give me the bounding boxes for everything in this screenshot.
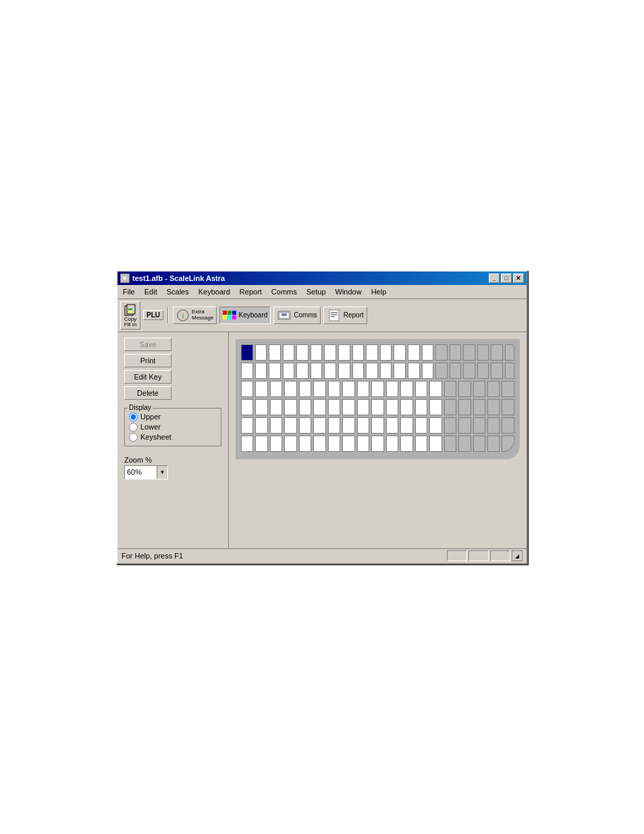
key-3-8[interactable] bbox=[342, 381, 354, 397]
save-button[interactable]: Save bbox=[124, 338, 171, 351]
key-1-9[interactable] bbox=[352, 344, 365, 361]
key-3-4[interactable] bbox=[284, 381, 296, 397]
radio-keysheet[interactable] bbox=[129, 433, 138, 442]
key-2-9[interactable] bbox=[352, 363, 365, 379]
key-2-20[interactable] bbox=[505, 363, 514, 379]
key-4-9[interactable] bbox=[357, 399, 369, 415]
key-5-17[interactable] bbox=[473, 417, 485, 434]
close-button[interactable]: ✕ bbox=[513, 273, 524, 283]
key-4-11[interactable] bbox=[386, 399, 398, 415]
key-6-19[interactable] bbox=[502, 436, 514, 452]
key-6-17[interactable] bbox=[473, 436, 485, 452]
key-5-1[interactable] bbox=[241, 417, 253, 434]
menu-scales[interactable]: Scales bbox=[163, 286, 193, 297]
key-2-4[interactable] bbox=[283, 363, 295, 379]
print-button[interactable]: Print bbox=[124, 354, 171, 367]
zoom-dropdown-arrow[interactable]: ▼ bbox=[157, 466, 167, 479]
key-3-12[interactable] bbox=[400, 381, 412, 397]
key-4-1[interactable] bbox=[241, 399, 253, 415]
extra-message-button[interactable]: i ExtraMessage bbox=[173, 307, 217, 324]
key-6-7[interactable] bbox=[328, 436, 340, 452]
key-3-18[interactable] bbox=[487, 381, 500, 397]
key-5-8[interactable] bbox=[342, 417, 354, 434]
edit-key-button[interactable]: Edit Key bbox=[124, 370, 171, 384]
key-2-10[interactable] bbox=[366, 363, 378, 379]
menu-report[interactable]: Report bbox=[236, 286, 266, 297]
report-button[interactable]: Report bbox=[323, 307, 367, 324]
key-6-5[interactable] bbox=[299, 436, 311, 452]
key-4-16[interactable] bbox=[458, 399, 471, 415]
key-1-8[interactable] bbox=[338, 344, 350, 361]
copy-fill-button[interactable]: CopyFill in bbox=[120, 301, 140, 330]
key-6-2[interactable] bbox=[255, 436, 267, 452]
key-5-16[interactable] bbox=[458, 417, 471, 434]
key-3-10[interactable] bbox=[371, 381, 383, 397]
key-6-14[interactable] bbox=[429, 436, 441, 452]
key-6-9[interactable] bbox=[357, 436, 369, 452]
key-2-15[interactable] bbox=[435, 363, 448, 379]
key-5-4[interactable] bbox=[284, 417, 296, 434]
key-1-15[interactable] bbox=[435, 344, 448, 361]
key-2-8[interactable] bbox=[338, 363, 350, 379]
menu-file[interactable]: File bbox=[119, 286, 139, 297]
menu-comms[interactable]: Comms bbox=[267, 286, 301, 297]
key-6-11[interactable] bbox=[386, 436, 398, 452]
maximize-button[interactable]: □ bbox=[501, 273, 512, 283]
key-6-16[interactable] bbox=[458, 436, 471, 452]
key-1-3[interactable] bbox=[269, 344, 281, 361]
key-6-1[interactable] bbox=[241, 436, 253, 452]
key-4-10[interactable] bbox=[371, 399, 383, 415]
key-2-2[interactable] bbox=[255, 363, 267, 379]
minimize-button[interactable]: _ bbox=[489, 273, 500, 283]
key-1-1[interactable] bbox=[241, 344, 253, 361]
key-1-13[interactable] bbox=[408, 344, 420, 361]
key-1-12[interactable] bbox=[394, 344, 406, 361]
key-3-3[interactable] bbox=[270, 381, 282, 397]
key-3-6[interactable] bbox=[313, 381, 325, 397]
key-2-7[interactable] bbox=[324, 363, 336, 379]
key-1-11[interactable] bbox=[380, 344, 392, 361]
key-6-3[interactable] bbox=[270, 436, 282, 452]
key-3-7[interactable] bbox=[328, 381, 340, 397]
key-4-2[interactable] bbox=[255, 399, 267, 415]
key-2-16[interactable] bbox=[450, 363, 462, 379]
key-5-14[interactable] bbox=[429, 417, 441, 434]
key-4-14[interactable] bbox=[429, 399, 441, 415]
key-1-4[interactable] bbox=[283, 344, 295, 361]
key-5-6[interactable] bbox=[313, 417, 325, 434]
key-2-5[interactable] bbox=[296, 363, 308, 379]
delete-button[interactable]: Delete bbox=[124, 386, 171, 400]
key-3-5[interactable] bbox=[299, 381, 311, 397]
key-1-6[interactable] bbox=[311, 344, 323, 361]
key-6-18[interactable] bbox=[487, 436, 500, 452]
key-5-13[interactable] bbox=[415, 417, 427, 434]
radio-upper[interactable] bbox=[129, 413, 138, 421]
key-5-18[interactable] bbox=[487, 417, 500, 434]
key-6-15[interactable] bbox=[444, 436, 456, 452]
radio-lower[interactable] bbox=[129, 423, 138, 432]
key-1-17[interactable] bbox=[463, 344, 475, 361]
key-5-3[interactable] bbox=[270, 417, 282, 434]
key-1-14[interactable] bbox=[422, 344, 434, 361]
key-5-9[interactable] bbox=[357, 417, 369, 434]
key-5-10[interactable] bbox=[371, 417, 383, 434]
key-2-11[interactable] bbox=[380, 363, 392, 379]
key-3-14[interactable] bbox=[429, 381, 441, 397]
key-4-8[interactable] bbox=[342, 399, 354, 415]
key-3-9[interactable] bbox=[357, 381, 369, 397]
key-4-4[interactable] bbox=[284, 399, 296, 415]
comms-button[interactable]: Comms bbox=[273, 307, 320, 324]
key-3-17[interactable] bbox=[473, 381, 485, 397]
key-2-17[interactable] bbox=[463, 363, 475, 379]
key-1-2[interactable] bbox=[255, 344, 267, 361]
menu-edit[interactable]: Edit bbox=[140, 286, 161, 297]
key-5-15[interactable] bbox=[444, 417, 456, 434]
key-2-1[interactable] bbox=[241, 363, 253, 379]
key-3-13[interactable] bbox=[415, 381, 427, 397]
menu-setup[interactable]: Setup bbox=[302, 286, 330, 297]
key-3-15[interactable] bbox=[444, 381, 456, 397]
key-6-10[interactable] bbox=[371, 436, 383, 452]
key-5-11[interactable] bbox=[386, 417, 398, 434]
key-3-16[interactable] bbox=[458, 381, 471, 397]
key-4-17[interactable] bbox=[473, 399, 485, 415]
